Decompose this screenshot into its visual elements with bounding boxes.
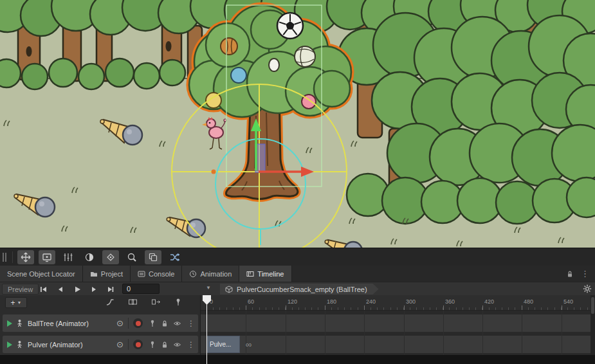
play-icon: [73, 286, 82, 293]
editor-tab-bar: Scene Object Locator Project Console Ani…: [0, 266, 595, 282]
console-icon: [138, 270, 145, 278]
tab-label: Scene Object Locator: [7, 270, 75, 278]
tab-console[interactable]: Console: [131, 266, 182, 282]
tick-label: 60: [248, 298, 254, 305]
mute-track-button[interactable]: [173, 341, 181, 349]
window-menu-icon[interactable]: ⋮: [581, 269, 589, 278]
move-tool-button[interactable]: [17, 250, 34, 264]
vertical-scrollbar[interactable]: [590, 295, 595, 355]
focus-tool-button[interactable]: [102, 250, 119, 264]
preview-toggle-button[interactable]: Preview: [2, 284, 39, 295]
playhead-line[interactable]: [206, 295, 207, 364]
skip-end-button[interactable]: [102, 282, 119, 296]
shuffle-tool-button[interactable]: [166, 250, 183, 264]
skip-start-button[interactable]: [35, 282, 52, 296]
layers-tool-button[interactable]: [145, 250, 161, 264]
tab-timeline[interactable]: Timeline: [239, 266, 291, 282]
record-button[interactable]: [133, 318, 143, 328]
mix-mode-icon: [128, 298, 138, 306]
zoom-tool-icon: [127, 252, 137, 262]
edit-mode-ripple-button[interactable]: [151, 298, 161, 306]
timeline-ruler[interactable]: 0 60 120 180 240 300 360 420 480 540: [201, 295, 595, 311]
scene-viewport[interactable]: [0, 0, 595, 248]
marker-toggle-button[interactable]: [174, 298, 182, 306]
pivot-tool-button[interactable]: [39, 250, 55, 264]
track-lane-balltree[interactable]: [201, 314, 595, 332]
track-menu-icon[interactable]: ⋮: [187, 319, 195, 328]
prev-frame-icon: [56, 286, 65, 293]
tick-label: 300: [406, 298, 416, 305]
tab-scene-object-locator[interactable]: Scene Object Locator: [0, 266, 83, 282]
tab-animation[interactable]: Animation: [182, 266, 239, 282]
major-tick: [443, 305, 444, 310]
zoom-tool-button[interactable]: [124, 250, 140, 264]
binding-target-icon[interactable]: ⊙: [116, 340, 124, 349]
timeline-bottom-strip: [0, 355, 595, 364]
timeline-asset-icon: [225, 286, 233, 293]
marker-pin-icon: [174, 298, 182, 306]
prev-frame-button[interactable]: [52, 282, 69, 296]
timeline-settings-button[interactable]: [583, 284, 592, 296]
pin-track-button[interactable]: [149, 319, 156, 327]
tab-label: Animation: [200, 270, 232, 278]
record-button[interactable]: [133, 340, 143, 349]
clip-label: Pulve...: [210, 341, 231, 348]
timeline-dropdown-caret[interactable]: ▼: [206, 285, 211, 291]
white-egg-ball: [269, 59, 279, 71]
scrollbar-thumb[interactable]: [591, 297, 594, 314]
add-track-button[interactable]: + ▼: [5, 297, 27, 308]
pin-track-button[interactable]: [149, 340, 156, 349]
major-tick: [246, 305, 246, 310]
track-row-pulver[interactable]: Pulver (Animator) ⊙: [3, 336, 198, 353]
tick-label: 180: [327, 298, 336, 305]
gridline: [286, 311, 286, 355]
tab-project[interactable]: Project: [83, 266, 131, 282]
snap-tool-button[interactable]: [60, 250, 77, 264]
toolbar-drag-handle[interactable]: [3, 253, 6, 262]
play-button[interactable]: [69, 282, 86, 296]
major-tick: [364, 305, 365, 310]
skip-start-icon: [39, 286, 48, 293]
bre adcrumb-label: PulverCucumberSmack_empty (BallTree): [237, 286, 367, 293]
gridline: [404, 311, 405, 355]
animator-icon: [15, 340, 24, 349]
major-tick: [286, 305, 286, 310]
plus-icon: +: [11, 298, 15, 307]
curves-toggle-button[interactable]: [105, 298, 114, 306]
next-frame-button[interactable]: [86, 282, 102, 296]
tab-label: Project: [101, 270, 123, 278]
focus-tool-icon: [105, 252, 116, 262]
major-tick: [482, 305, 483, 310]
binding-target-icon[interactable]: ⊙: [116, 318, 124, 328]
current-frame-input[interactable]: 0: [122, 284, 160, 294]
track-row-balltree[interactable]: BallTree (Animator) ⊙: [3, 314, 198, 332]
track-color-triangle: [7, 320, 12, 327]
gridline: [443, 311, 444, 355]
clock-icon: [189, 270, 197, 278]
lock-icon[interactable]: [566, 270, 574, 278]
tick-label: 360: [445, 298, 455, 305]
lock-track-button[interactable]: [161, 341, 169, 349]
gridline: [364, 311, 365, 355]
edit-mode-mix-button[interactable]: [128, 298, 138, 306]
next-frame-icon: [89, 286, 98, 293]
mute-track-button[interactable]: [173, 320, 181, 327]
timeline-icon: [246, 270, 254, 278]
tab-label: Timeline: [257, 270, 284, 278]
track-menu-icon[interactable]: ⋮: [187, 340, 195, 349]
pumpkin-ball: [221, 38, 237, 55]
track-divider: [128, 318, 129, 329]
timeline-clip-area[interactable]: 0 60 120 180 240 300 360 420 480 540 Pul…: [201, 295, 595, 355]
timeline-breadcrumb[interactable]: PulverCucumberSmack_empty (BallTree): [220, 284, 379, 295]
track-name: BallTree (Animator): [28, 320, 116, 327]
scene-toolbar: [0, 248, 595, 266]
eye-icon: [173, 341, 181, 349]
soccer-ball: [277, 13, 303, 39]
tick-label: 540: [563, 298, 573, 305]
lock-track-button[interactable]: [161, 320, 169, 327]
animation-clip[interactable]: Pulve...: [206, 336, 240, 353]
tick-label: 120: [288, 298, 297, 305]
track-lane-pulver[interactable]: [201, 336, 595, 353]
sphere-tool-button[interactable]: [81, 250, 98, 264]
track-name: Pulver (Animator): [28, 341, 116, 349]
